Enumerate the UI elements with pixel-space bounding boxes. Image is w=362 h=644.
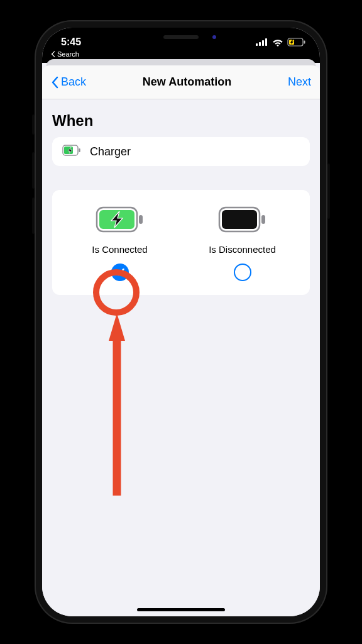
breadcrumb-label: Search (57, 50, 79, 58)
screen: 5:45 Search (42, 28, 320, 616)
next-label: Next (288, 75, 311, 89)
wifi-icon (272, 38, 283, 47)
svg-rect-15 (261, 215, 265, 224)
page-title: New Automation (143, 75, 231, 89)
battery-low-power-icon (287, 38, 306, 47)
svg-rect-2 (262, 40, 264, 46)
check-icon (115, 269, 124, 276)
svg-rect-3 (265, 38, 267, 46)
battery-connected-icon (96, 206, 145, 235)
radio-selected[interactable] (111, 264, 129, 281)
nav-bar: Back New Automation Next (42, 65, 320, 99)
options-card: Is Connected Is Disconnected (52, 190, 310, 295)
option-is-disconnected[interactable]: Is Disconnected (181, 206, 304, 281)
svg-rect-12 (139, 215, 143, 224)
back-label: Back (61, 75, 86, 89)
back-button[interactable]: Back (51, 75, 86, 89)
svg-rect-16 (222, 210, 257, 229)
trigger-card: Charger (52, 137, 310, 166)
silence-switch (32, 114, 35, 135)
option-disconnected-label: Is Disconnected (209, 244, 276, 255)
volume-up-button (32, 152, 35, 189)
option-connected-label: Is Connected (92, 244, 147, 255)
notch (118, 28, 244, 47)
trigger-row[interactable]: Charger (52, 137, 310, 166)
phone-frame: 5:45 Search (35, 20, 327, 624)
power-button (327, 164, 330, 219)
status-indicators (256, 38, 306, 47)
battery-disconnected-icon (218, 206, 267, 235)
home-indicator[interactable] (137, 608, 225, 611)
volume-down-button (32, 197, 35, 234)
content-area: When Charger (42, 99, 320, 616)
cellular-icon (256, 38, 268, 46)
svg-point-4 (277, 44, 279, 46)
status-time: 5:45 (61, 36, 81, 48)
chevron-left-icon (51, 76, 60, 89)
section-title: When (52, 112, 310, 130)
svg-rect-9 (79, 148, 80, 152)
trigger-label: Charger (90, 145, 131, 158)
battery-charging-icon (62, 145, 81, 158)
radio-unselected[interactable] (234, 264, 251, 281)
svg-rect-6 (304, 41, 305, 44)
breadcrumb-back-to-app[interactable]: Search (51, 50, 79, 58)
annotation-arrow-icon (109, 313, 125, 496)
svg-rect-1 (259, 42, 261, 46)
svg-rect-0 (256, 43, 258, 46)
next-button[interactable]: Next (288, 75, 311, 89)
option-is-connected[interactable]: Is Connected (58, 206, 181, 281)
